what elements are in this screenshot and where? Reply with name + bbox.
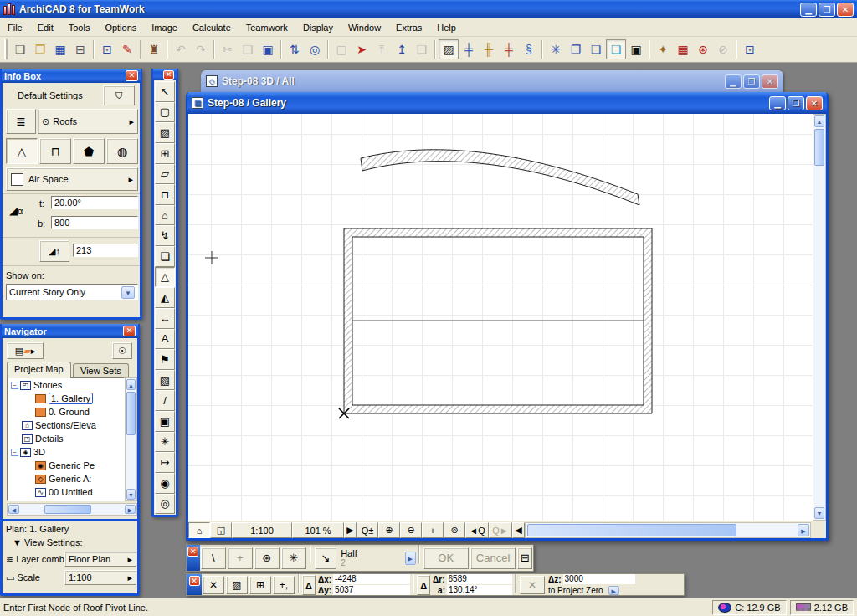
section-tool[interactable]: ↦ <box>155 452 175 473</box>
pan[interactable]: + <box>422 522 444 538</box>
menu-edit[interactable]: Edit <box>30 20 61 35</box>
tree-vscroll-thumb[interactable] <box>126 392 136 435</box>
zoom-plusminus[interactable]: Q± <box>357 522 378 538</box>
scale-button[interactable]: 1:100 <box>232 522 292 538</box>
geometry-pitched[interactable]: △ <box>6 138 38 164</box>
scale-button[interactable]: 1:100 ▸ <box>64 570 136 585</box>
layer-select-button[interactable]: ⊙ Roofs ▸ <box>38 109 138 134</box>
scroll-left-mini[interactable]: ◀ <box>512 522 525 538</box>
tree-hscroll-thumb[interactable] <box>44 505 91 514</box>
arrow-tool[interactable]: ↖ <box>155 81 175 102</box>
brickwork-icon[interactable]: ▦ <box>673 39 693 59</box>
wall-tool[interactable]: ▨ <box>155 122 175 143</box>
tree-item-generic-a-[interactable]: ◇Generic A: <box>8 472 124 485</box>
dy-field[interactable]: 5037 <box>333 585 410 595</box>
layers-icon[interactable]: ≣ <box>6 109 36 134</box>
close-icon[interactable]: ✕ <box>189 576 200 586</box>
level-dimension-down-icon[interactable]: ╪ <box>499 39 519 59</box>
close-button[interactable]: ✕ <box>837 3 854 17</box>
rebuild-all-icon[interactable]: ⊘ <box>713 39 733 59</box>
menu-window[interactable]: Window <box>341 20 388 35</box>
minimize-button[interactable]: ▁ <box>769 96 786 110</box>
camera-tool[interactable]: ◎ <box>155 494 175 515</box>
menu-tools[interactable]: Tools <box>61 20 98 35</box>
window-tool[interactable]: ⊓ <box>155 184 175 205</box>
detail-tool[interactable]: ◉ <box>155 473 175 494</box>
mark-up-icon[interactable]: ✎ <box>117 39 137 59</box>
menu-options[interactable]: Options <box>97 20 144 35</box>
tree-item-00-untitled[interactable]: ∿00 Untitled <box>8 485 124 499</box>
curved-roof-wall[interactable] <box>361 150 639 205</box>
grouping-button[interactable]: ⊛ <box>254 547 280 569</box>
photorender-icon[interactable]: ▣ <box>626 39 646 59</box>
rebuild-icon[interactable]: ⊛ <box>693 39 713 59</box>
column-tool[interactable]: ⊞ <box>155 143 175 164</box>
close-icon[interactable]: ✕ <box>123 326 136 336</box>
print-icon[interactable]: ⊟ <box>70 39 90 59</box>
new-icon[interactable]: ❏ <box>10 39 30 59</box>
object-tool[interactable]: ⌂ <box>155 205 175 226</box>
quick-views[interactable]: ⌂ <box>188 522 210 538</box>
delta-ra-toggle[interactable]: Δ <box>417 575 430 595</box>
redo-icon[interactable]: ↷ <box>191 39 211 59</box>
expander-icon[interactable]: − <box>11 382 18 389</box>
cancel-button[interactable]: Cancel <box>470 547 516 569</box>
navigator-titlebar[interactable]: Navigator ✕ <box>2 324 138 338</box>
marquee-tool[interactable]: ▢ <box>155 102 175 123</box>
menu-display[interactable]: Display <box>295 20 341 35</box>
fill-tool[interactable]: ▧ <box>155 370 175 391</box>
menu-image[interactable]: Image <box>144 20 185 35</box>
project-chooser-button[interactable]: ▤▰▸ <box>7 342 44 359</box>
tree-item-generic-pe[interactable]: ◉Generic Pe <box>8 459 124 472</box>
scroll-up-button[interactable]: ▲ <box>126 379 136 390</box>
copy-icon[interactable]: ❑ <box>238 39 258 59</box>
view-settings-header[interactable]: ▼ View Settings: <box>13 537 82 547</box>
zoom-back[interactable]: ◄Q <box>465 522 489 538</box>
save-icon[interactable]: ▦ <box>50 39 70 59</box>
dz-field[interactable]: 3000 <box>563 574 635 584</box>
zoom-preview[interactable]: ◱ <box>210 522 232 538</box>
hscroll-thumb[interactable] <box>527 524 736 536</box>
close-icon[interactable]: ✕ <box>187 547 198 557</box>
horizontal-scrollbar[interactable]: ▶ <box>525 522 811 538</box>
coordinate-box-grip[interactable]: ✕ <box>187 574 202 595</box>
close-icon[interactable]: ✕ <box>163 70 174 80</box>
tree-item-sections-eleva[interactable]: ⌂Sections/Eleva <box>8 418 124 432</box>
publisher-icon[interactable]: ⊡ <box>97 39 117 59</box>
restore-button[interactable]: ❐ <box>819 3 835 17</box>
close-button[interactable]: ✕ <box>806 96 823 110</box>
text-tool[interactable]: A <box>155 329 175 350</box>
tree-item-1-gallery[interactable]: 1. Gallery <box>8 392 124 405</box>
drag-icon[interactable]: ➤ <box>352 39 372 59</box>
geometry-single-plane[interactable]: ⊓ <box>39 138 71 164</box>
magic-wand-button[interactable]: ✳ <box>281 547 306 569</box>
dimension-tool[interactable]: ↔ <box>155 308 175 329</box>
multiply-icon[interactable]: ❏ <box>412 39 432 59</box>
line-tool[interactable]: / <box>155 390 175 411</box>
scroll-left-button[interactable]: ◀ <box>8 505 19 514</box>
vertical-scrollbar[interactable]: ▲ ▼ <box>813 114 826 521</box>
tree-item-details[interactable]: ◳Details <box>8 432 124 445</box>
layer-comb-button[interactable]: Floor Plan ▸ <box>64 552 136 567</box>
floor-plan-canvas[interactable] <box>188 114 813 521</box>
toolbox-titlebar[interactable]: ✕ <box>153 69 177 80</box>
fit-view[interactable]: ⊚ <box>444 522 465 538</box>
paste-icon[interactable]: ▣ <box>258 39 278 59</box>
menu-calculate[interactable]: Calculate <box>185 20 239 35</box>
snap-point-button[interactable]: ↘ <box>315 547 336 569</box>
gravity-button[interactable]: ✕ <box>520 576 545 594</box>
minimize-button[interactable]: ▁ <box>725 74 742 89</box>
dz-menu-arrow[interactable]: ▶ <box>608 586 619 595</box>
undo-icon[interactable]: ↶ <box>171 39 191 59</box>
maximize-button[interactable]: ❐ <box>788 96 804 110</box>
delta-xy-toggle[interactable]: Δ <box>302 575 316 595</box>
open-folder-icon[interactable]: ❐ <box>30 39 50 59</box>
snap-grid-toggle-button[interactable]: +, <box>273 576 295 594</box>
rotate-icon[interactable]: ⤒ <box>372 39 392 59</box>
roof-pivot-toggle-icon[interactable]: ▨ <box>439 39 459 59</box>
figure-tool[interactable]: ▣ <box>155 411 175 432</box>
tree-item-0-ground[interactable]: 0. Ground <box>8 405 124 418</box>
tab-view-sets[interactable]: View Sets <box>73 363 129 378</box>
dx-field[interactable]: -4248 <box>333 574 410 584</box>
tree-item-3d[interactable]: −◈3D <box>8 445 124 459</box>
